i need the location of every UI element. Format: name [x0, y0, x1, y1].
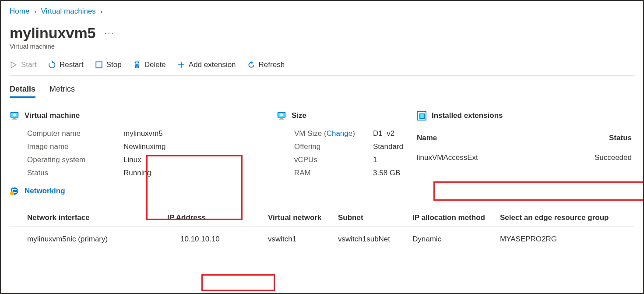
- net-vnet-cell: vswitch1: [268, 227, 338, 250]
- svg-rect-4: [12, 119, 17, 119]
- computer-name-label: Computer name: [27, 129, 123, 138]
- restart-button[interactable]: Restart: [48, 60, 84, 69]
- play-icon: [10, 61, 18, 69]
- table-row[interactable]: linuxVMAccessExt Succeeded: [417, 147, 634, 169]
- size-section-header: Size: [277, 111, 417, 120]
- virtual-machine-icon: [10, 111, 19, 120]
- more-actions-button[interactable]: ···: [105, 28, 115, 38]
- extension-icon: [417, 111, 426, 120]
- vm-size-label: VM Size (Change): [294, 129, 373, 138]
- plus-icon: [177, 61, 185, 69]
- svg-rect-3: [13, 118, 16, 119]
- ram-label: RAM: [294, 169, 373, 177]
- resource-type-label: Virtual machine: [10, 43, 634, 50]
- svg-rect-0: [96, 62, 102, 68]
- extensions-section-header: Installed extensions: [417, 111, 634, 120]
- table-row[interactable]: mylinuxvm5nic (primary) 10.10.10.10 vswi…: [10, 227, 634, 250]
- net-alloc-cell: Dynamic: [412, 227, 500, 250]
- vcpus-label: vCPUs: [294, 156, 373, 164]
- refresh-icon: [247, 61, 255, 69]
- page-title: mylinuxvm5: [10, 25, 96, 42]
- restart-icon: [48, 61, 56, 69]
- start-button: Start: [10, 60, 37, 69]
- net-col-ip: IP Address: [167, 209, 268, 227]
- svg-rect-12: [279, 119, 284, 119]
- chevron-right-icon: ›: [101, 8, 103, 15]
- highlight-box: [201, 274, 275, 291]
- vm-section-header: Virtual machine: [10, 111, 277, 120]
- delete-button[interactable]: Delete: [133, 60, 166, 69]
- network-icon: [10, 186, 19, 196]
- ext-status-cell: Succeeded: [549, 147, 634, 169]
- networking-section-header: Networking: [10, 186, 277, 196]
- computer-name-value: mylinuxvm5: [123, 129, 163, 138]
- offering-value: Standard: [373, 142, 403, 151]
- tab-metrics[interactable]: Metrics: [49, 85, 75, 98]
- ext-name-cell: linuxVMAccessExt: [417, 147, 549, 169]
- ram-value: 3.58 GB: [373, 169, 400, 177]
- stop-button[interactable]: Stop: [95, 60, 122, 69]
- trash-icon: [133, 61, 141, 69]
- net-col-nic: Network interface: [10, 209, 167, 227]
- net-col-alloc: IP allocation method: [412, 209, 500, 227]
- tab-bar: Details Metrics: [10, 85, 634, 98]
- os-value: Linux: [123, 156, 141, 164]
- chevron-right-icon: ›: [34, 8, 36, 15]
- status-value: Running: [123, 169, 151, 177]
- vm-size-value: D1_v2: [373, 129, 394, 138]
- net-subnet-cell: vswitch1subNet: [338, 227, 412, 250]
- change-size-link[interactable]: Change: [327, 129, 353, 138]
- refresh-button[interactable]: Refresh: [247, 60, 285, 69]
- tab-details[interactable]: Details: [10, 85, 35, 98]
- command-bar: Start Restart Stop Delete Add extension …: [10, 60, 634, 76]
- breadcrumb: Home › Virtual machines ›: [10, 7, 634, 16]
- virtual-machine-icon: [277, 111, 286, 120]
- net-nic-cell: mylinuxvm5nic (primary): [10, 227, 167, 250]
- breadcrumb-virtual-machines[interactable]: Virtual machines: [41, 7, 96, 15]
- status-label: Status: [27, 169, 123, 177]
- breadcrumb-home[interactable]: Home: [10, 7, 29, 15]
- os-label: Operating system: [27, 156, 123, 164]
- net-col-vnet: Virtual network: [268, 209, 338, 227]
- net-col-edge: Select an edge resource group: [500, 209, 634, 227]
- svg-rect-11: [280, 118, 283, 119]
- svg-point-8: [10, 191, 14, 195]
- offering-label: Offering: [294, 142, 373, 151]
- image-name-value: Newlinuximg: [123, 142, 165, 151]
- net-ip-cell: 10.10.10.10: [167, 227, 268, 250]
- add-extension-button[interactable]: Add extension: [177, 60, 236, 69]
- net-col-subnet: Subnet: [338, 209, 412, 227]
- extensions-table: Name Status linuxVMAccessExt Succeeded: [417, 129, 634, 168]
- ext-col-name: Name: [417, 129, 549, 147]
- networking-link[interactable]: Networking: [25, 187, 65, 195]
- image-name-label: Image name: [27, 142, 123, 151]
- networking-table: Network interface IP Address Virtual net…: [10, 209, 634, 250]
- vcpus-value: 1: [373, 156, 377, 164]
- stop-icon: [95, 61, 103, 69]
- ext-col-status: Status: [549, 129, 634, 147]
- net-edge-cell: MYASEPRO2RG: [500, 227, 634, 250]
